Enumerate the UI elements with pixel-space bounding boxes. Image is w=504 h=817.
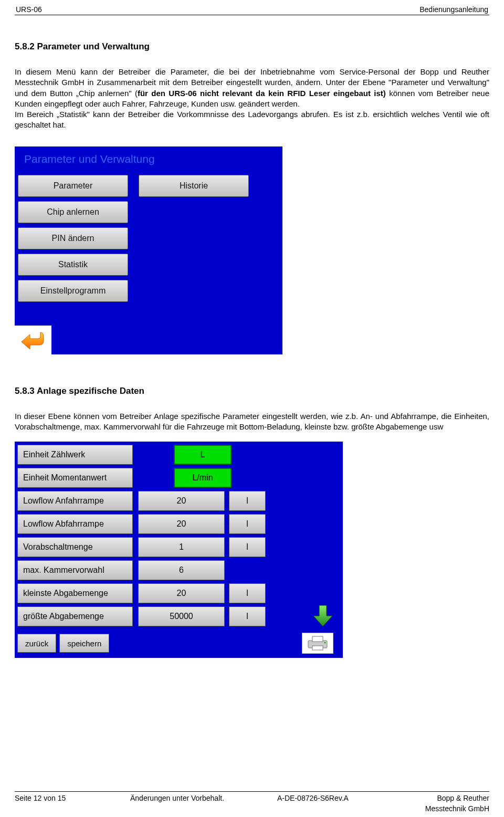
header-left: URS-06: [16, 5, 42, 14]
print-button[interactable]: [302, 633, 333, 654]
screenshot-anlage-daten: Einheit Zählwerk L Einheit Momentanwert …: [15, 442, 343, 658]
section-heading-2: 5.8.3 Anlage spezifische Daten: [15, 386, 489, 396]
header-right: Bedienungsanleitung: [419, 5, 488, 14]
label-einheit-momentanwert: Einheit Momentanwert: [17, 468, 133, 488]
para-bold-1: für den URS-06 nicht relevant da kein RF…: [138, 89, 386, 98]
unit-lowflow-anfahrrampe: l: [229, 491, 266, 511]
footer-company-1: Bopp & Reuther: [408, 794, 489, 802]
screenshot-parameter-verwaltung: Parameter und Verwaltung Parameter Histo…: [15, 146, 282, 354]
para-text-3: Im Bereich „Statistik" kann der Betreibe…: [15, 110, 489, 129]
label-kleinste-abgabemenge: kleinste Abgabemenge: [17, 583, 133, 603]
section2-paragraph: In dieser Ebene können vom Betreiber Anl…: [15, 411, 489, 433]
einstellprogramm-button[interactable]: Einstellprogramm: [18, 280, 128, 302]
row-kleinste-abgabemenge: kleinste Abgabemenge 20 l: [17, 583, 343, 603]
footer-company-2: Messtechnik GmbH: [408, 804, 489, 813]
label-max-kammervorwahl: max. Kammervorwahl: [17, 560, 133, 580]
label-groesste-abgabemenge: größte Abgabemenge: [17, 606, 133, 626]
screen1-title: Parameter und Verwaltung: [15, 146, 282, 175]
unit-vorabschaltmenge: l: [229, 537, 266, 557]
row-lowflow-anfahrrampe: Lowflow Anfahrrampe 20 l: [17, 491, 343, 511]
section-heading-1: 5.8.2 Parameter und Verwaltung: [15, 41, 489, 52]
back-arrow-icon: [20, 329, 46, 350]
back-button[interactable]: [15, 326, 51, 354]
arrow-down-icon: [312, 604, 333, 627]
value-kleinste-abgabemenge[interactable]: 20: [138, 583, 225, 603]
historie-button[interactable]: Historie: [139, 175, 249, 197]
row-max-kammervorwahl: max. Kammervorwahl 6: [17, 560, 343, 580]
row-groesste-abgabemenge: größte Abgabemenge 50000 l: [17, 606, 343, 626]
value-max-kammervorwahl[interactable]: 6: [138, 560, 225, 580]
svg-rect-2: [312, 646, 323, 650]
pin-aendern-button[interactable]: PIN ändern: [18, 227, 128, 249]
svg-point-3: [324, 642, 326, 644]
value-vorabschaltmenge[interactable]: 1: [138, 537, 225, 557]
speichern-button[interactable]: speichern: [59, 634, 109, 653]
row-einheit-zaehlwerk: Einheit Zählwerk L: [17, 445, 343, 465]
svg-rect-1: [312, 636, 323, 642]
row-lowflow-abfahrrampe: Lowflow Abfahrrampe 20 l: [17, 514, 343, 534]
footer-page-number: Seite 12 von 15: [15, 794, 130, 802]
scroll-down-button[interactable]: [312, 604, 333, 629]
statistik-button[interactable]: Statistik: [18, 254, 128, 276]
row-einheit-momentanwert: Einheit Momentanwert L/min: [17, 468, 343, 488]
value-einheit-momentanwert[interactable]: L/min: [174, 468, 232, 488]
printer-icon: [306, 635, 329, 651]
footer-change-notice: Änderungen unter Vorbehalt.: [130, 794, 277, 802]
label-lowflow-abfahrrampe: Lowflow Abfahrrampe: [17, 514, 133, 534]
value-lowflow-anfahrrampe[interactable]: 20: [138, 491, 225, 511]
unit-groesste-abgabemenge: l: [229, 606, 266, 626]
unit-kleinste-abgabemenge: l: [229, 583, 266, 603]
zurueck-button[interactable]: zurück: [17, 634, 56, 653]
label-lowflow-anfahrrampe: Lowflow Anfahrrampe: [17, 491, 133, 511]
value-groesste-abgabemenge[interactable]: 50000: [138, 606, 225, 626]
section1-paragraph-1: In diesem Menü kann der Betreiber die Pa…: [15, 67, 489, 131]
label-einheit-zaehlwerk: Einheit Zählwerk: [17, 445, 133, 465]
unit-lowflow-abfahrrampe: l: [229, 514, 266, 534]
value-einheit-zaehlwerk[interactable]: L: [174, 445, 232, 465]
chip-anlernen-button[interactable]: Chip anlernen: [18, 201, 128, 223]
footer-revision: A-DE-08726-S6Rev.A: [277, 794, 408, 802]
row-vorabschaltmenge: Vorabschaltmenge 1 l: [17, 537, 343, 557]
value-lowflow-abfahrrampe[interactable]: 20: [138, 514, 225, 534]
label-vorabschaltmenge: Vorabschaltmenge: [17, 537, 133, 557]
parameter-button[interactable]: Parameter: [18, 175, 128, 197]
